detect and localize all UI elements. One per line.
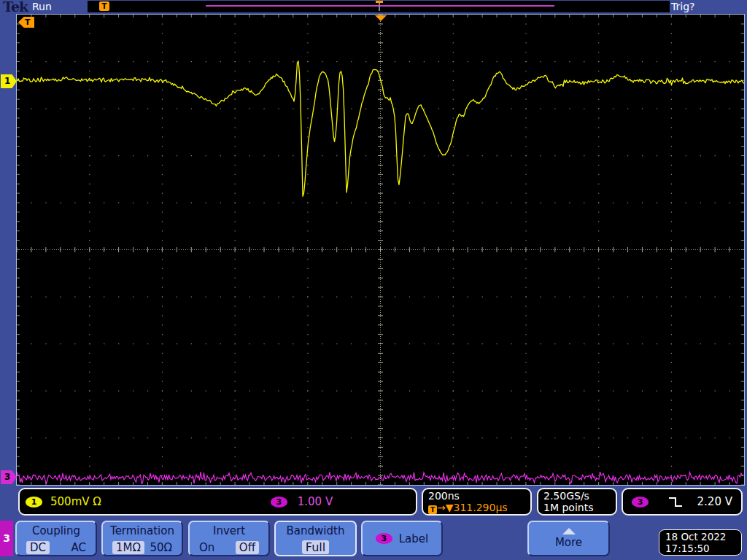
trigger-level-readout: 2.20 V — [697, 495, 732, 508]
ch3-badge[interactable]: 3 — [271, 497, 287, 508]
oscilloscope-screen: Tek Run T Trig? T 1 3 1 500mV Ω 3 1.00 V… — [0, 0, 747, 560]
ch1-scale-readout: 500mV Ω — [50, 495, 101, 508]
more-title: More — [555, 536, 582, 549]
delay-readout: T→▼311.290µs — [428, 502, 525, 514]
termination-option-1m[interactable]: 1MΩ — [112, 541, 144, 554]
ch3-ground-marker[interactable]: 3 — [1, 470, 17, 484]
invert-option-off[interactable]: Off — [236, 541, 259, 554]
ch1-ground-marker[interactable]: 1 — [1, 74, 17, 88]
record-length-readout: 1M points — [543, 502, 611, 513]
ch3-scale-readout: 1.00 V — [298, 495, 333, 508]
datetime-display: 18 Oct 2022 17:15:50 — [659, 529, 742, 556]
timebase-readout: 200ns — [428, 490, 525, 502]
trigger-t-icon: T — [428, 505, 437, 514]
invert-option-on[interactable]: On — [199, 541, 214, 554]
falling-edge-icon — [667, 495, 684, 508]
more-up-arrow-icon — [562, 528, 576, 534]
coupling-title: Coupling — [17, 524, 96, 537]
label-title: Label — [399, 532, 428, 545]
more-button[interactable]: More — [527, 521, 610, 556]
tek-logo: Tek — [3, 0, 28, 15]
bandwidth-button[interactable]: Bandwidth Full — [274, 521, 357, 556]
time-text: 17:15:50 — [665, 542, 735, 554]
invert-title: Invert — [190, 524, 268, 537]
menu-channel-tab: 3 — [0, 521, 13, 556]
coupling-option-ac[interactable]: AC — [71, 541, 86, 554]
record-view-waveform — [206, 5, 554, 7]
delay-arrows: →▼ — [437, 502, 454, 513]
expansion-point-stem — [379, 3, 380, 11]
termination-button[interactable]: Termination 1MΩ 50Ω — [101, 521, 183, 556]
ch1-badge[interactable]: 1 — [26, 497, 42, 508]
acquisition-readout-box: 2.50GS/s 1M points — [537, 488, 617, 516]
bandwidth-value[interactable]: Full — [302, 540, 329, 554]
top-status-bar: Tek Run T Trig? — [0, 0, 747, 14]
horizontal-readout-box: 200ns T→▼311.290µs — [422, 488, 532, 516]
channel-readout-box: 1 500mV Ω 3 1.00 V — [18, 488, 417, 516]
sample-rate-readout: 2.50GS/s — [543, 490, 611, 502]
coupling-option-dc[interactable]: DC — [26, 541, 50, 554]
termination-title: Termination — [103, 524, 182, 537]
coupling-button[interactable]: Coupling DC AC — [15, 521, 97, 556]
label-channel-badge: 3 — [376, 533, 392, 544]
date-text: 18 Oct 2022 — [665, 531, 735, 542]
acquisition-status: Run — [32, 1, 52, 12]
trigger-source-badge: 3 — [632, 497, 649, 508]
record-view-bar[interactable]: T — [88, 1, 670, 12]
bandwidth-title: Bandwidth — [276, 524, 355, 537]
record-trigger-position-icon[interactable]: T — [99, 1, 109, 11]
graticule-display — [16, 14, 745, 486]
termination-option-50[interactable]: 50Ω — [150, 541, 172, 554]
label-button[interactable]: 3 Label — [361, 521, 443, 556]
waveform-plot — [17, 15, 744, 485]
delay-value: 311.290µs — [454, 502, 508, 513]
trigger-status: Trig? — [671, 1, 694, 12]
invert-button[interactable]: Invert On Off — [188, 521, 270, 556]
trigger-readout-box: 3 2.20 V — [622, 488, 743, 516]
